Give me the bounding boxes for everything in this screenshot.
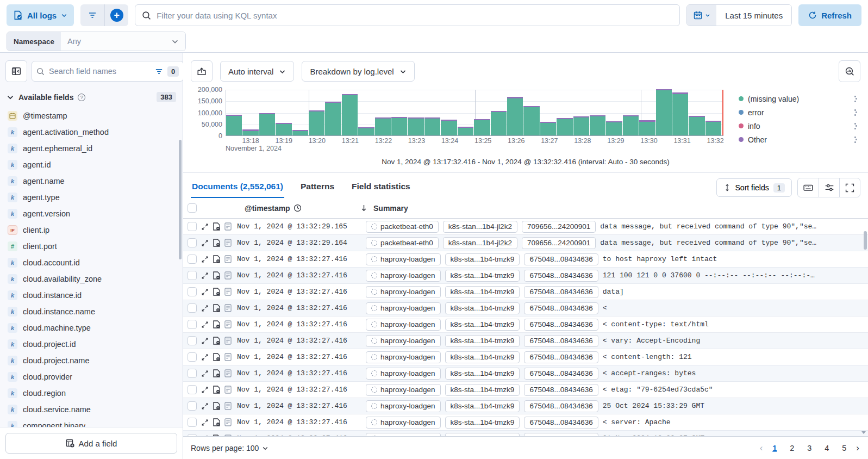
breakdown-dropdown[interactable]: Breakdown by log.level: [302, 61, 414, 82]
histogram-bar[interactable]: [458, 127, 473, 135]
summary-badge[interactable]: packetbeat-eth0: [366, 221, 439, 233]
histogram-bar[interactable]: [656, 89, 672, 135]
add-filter-button[interactable]: +: [104, 4, 128, 26]
histogram-bar[interactable]: [424, 117, 440, 135]
tab-patterns[interactable]: Patterns: [299, 177, 335, 198]
histogram-bar[interactable]: [259, 113, 275, 135]
interval-dropdown[interactable]: Auto interval: [220, 61, 294, 82]
summary-column-header[interactable]: Summary: [373, 204, 408, 213]
next-page-icon[interactable]: ›: [855, 443, 860, 454]
field-item-cloud.project.id[interactable]: k cloud.project.id: [0, 336, 183, 352]
expand-row-icon[interactable]: [201, 272, 209, 280]
summary-badge[interactable]: k8s-sta...1b4-tmzk9: [445, 302, 520, 314]
summary-badge[interactable]: haproxy-loadgen: [366, 319, 441, 331]
field-item-cloud.region[interactable]: k cloud.region: [0, 385, 183, 401]
summary-badge[interactable]: k8s-sta...1b4-tmzk9: [445, 270, 520, 282]
field-item-cloud.instance.id[interactable]: k cloud.instance.id: [0, 287, 183, 303]
row-checkbox[interactable]: [188, 238, 197, 247]
grid-scrollbar[interactable]: [864, 231, 867, 250]
degraded-doc-icon[interactable]: [213, 288, 220, 296]
expand-row-icon[interactable]: [201, 223, 209, 231]
display-options-button[interactable]: [819, 178, 839, 197]
legend-options-icon[interactable]: [854, 109, 858, 116]
sidebar-scrollbar[interactable]: [179, 140, 182, 259]
page-number-1[interactable]: 1: [768, 442, 781, 455]
row-checkbox[interactable]: [188, 385, 197, 394]
row-checkbox[interactable]: [188, 336, 197, 345]
degraded-doc-icon[interactable]: [213, 320, 220, 328]
view-details-icon[interactable]: [224, 353, 232, 361]
summary-badge[interactable]: haproxy-loadgen: [366, 253, 441, 265]
expand-row-icon[interactable]: [201, 353, 209, 361]
hscroll-arrow-icon[interactable]: [861, 431, 866, 434]
collapse-sidebar-button[interactable]: [5, 60, 27, 82]
histogram-bar[interactable]: [391, 117, 407, 135]
field-search[interactable]: 0: [32, 61, 184, 82]
calendar-dropdown-button[interactable]: [687, 5, 716, 26]
legend-options-icon[interactable]: [854, 96, 858, 102]
legend-options-icon[interactable]: [854, 123, 858, 129]
save-visualization-button[interactable]: [191, 60, 213, 82]
field-filter-icon[interactable]: [155, 67, 163, 76]
summary-badge[interactable]: k8s-sta...1b4-tmzk9: [445, 253, 520, 265]
view-details-icon[interactable]: [224, 239, 232, 247]
summary-badge[interactable]: 675048...08434636: [524, 286, 598, 298]
histogram-bar[interactable]: [276, 123, 291, 135]
histogram-bar[interactable]: [325, 102, 341, 135]
summary-badge[interactable]: 709656...24200901: [522, 237, 596, 249]
view-details-icon[interactable]: [224, 337, 232, 345]
row-checkbox[interactable]: [188, 418, 197, 427]
histogram-bar[interactable]: [507, 97, 523, 135]
page-number-4[interactable]: 4: [820, 442, 833, 455]
summary-badge[interactable]: 675048...08434636: [524, 302, 598, 314]
histogram-bar[interactable]: [474, 119, 490, 135]
degraded-doc-icon[interactable]: [213, 271, 220, 280]
row-checkbox[interactable]: [188, 222, 197, 231]
row-checkbox[interactable]: [188, 271, 197, 280]
namespace-select[interactable]: Namespace Any: [7, 32, 186, 51]
histogram-bar[interactable]: [491, 111, 507, 135]
keyboard-shortcuts-button[interactable]: [798, 178, 819, 197]
field-item-agent.ephemeral_id[interactable]: k agent.ephemeral_id: [0, 140, 183, 157]
expand-row-icon[interactable]: [201, 321, 209, 328]
histogram-bar[interactable]: [375, 117, 391, 135]
legend-item[interactable]: Other: [739, 133, 858, 146]
legend-item[interactable]: error: [739, 106, 858, 119]
row-checkbox[interactable]: [188, 287, 197, 296]
histogram-bar[interactable]: [639, 120, 655, 135]
summary-badge[interactable]: k8s-stan...1b4-jl2k2: [443, 237, 517, 249]
histogram-bar[interactable]: [606, 121, 622, 135]
view-details-icon[interactable]: [224, 288, 232, 296]
degraded-doc-icon[interactable]: [213, 337, 220, 345]
page-number-5[interactable]: 5: [838, 442, 851, 455]
row-checkbox[interactable]: [188, 369, 197, 378]
field-item-cloud.instance.name[interactable]: k cloud.instance.name: [0, 303, 183, 320]
summary-badge[interactable]: haproxy-loadgen: [366, 302, 441, 314]
field-item-agent.type[interactable]: k agent.type: [0, 189, 183, 206]
summary-badge[interactable]: k8s-sta...1b4-tmzk9: [445, 335, 520, 347]
field-item-client.port[interactable]: # client.port: [0, 238, 183, 255]
degraded-doc-icon[interactable]: [213, 386, 220, 394]
sort-fields-button[interactable]: Sort fields 1: [716, 178, 792, 197]
histogram-bar[interactable]: [623, 115, 639, 135]
field-item-agent.activation_method[interactable]: k agent.activation_method: [0, 124, 183, 140]
summary-badge[interactable]: 675048...08434636: [524, 384, 598, 396]
summary-badge[interactable]: 675048...08434636: [524, 270, 598, 282]
summary-badge[interactable]: k8s-stan...1b4-jl2k2: [443, 221, 517, 233]
field-item-@timestamp[interactable]: @timestamp: [0, 108, 183, 124]
legend-options-icon[interactable]: [854, 137, 858, 143]
field-item-cloud.account.id[interactable]: k cloud.account.id: [0, 255, 183, 271]
expand-row-icon[interactable]: [201, 256, 209, 263]
summary-badge[interactable]: 675048...08434636: [524, 335, 598, 347]
histogram-bar[interactable]: [309, 110, 324, 135]
summary-badge[interactable]: haproxy-loadgen: [366, 384, 441, 396]
view-details-icon[interactable]: [224, 271, 232, 280]
view-details-icon[interactable]: [224, 222, 232, 231]
summary-badge[interactable]: haproxy-loadgen: [366, 335, 441, 347]
degraded-doc-icon[interactable]: [213, 222, 220, 231]
degraded-doc-icon[interactable]: [213, 304, 220, 312]
histogram-bar[interactable]: [590, 115, 605, 135]
degraded-doc-icon[interactable]: [213, 239, 220, 247]
view-details-icon[interactable]: [224, 402, 232, 410]
summary-badge[interactable]: 675048...08434636: [524, 253, 598, 265]
